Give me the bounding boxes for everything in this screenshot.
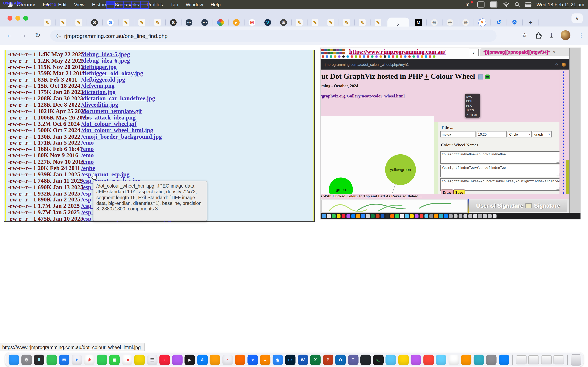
- embedded-dropdown-toggle[interactable]: ∨: [469, 49, 479, 56]
- minimized-window-thumb[interactable]: [516, 355, 526, 364]
- bookmark-star-icon[interactable]: ☆: [522, 31, 527, 39]
- dock-app-icon[interactable]: [486, 355, 496, 365]
- pinned-tab[interactable]: ✳: [447, 19, 453, 26]
- pinned-tab[interactable]: ✎: [75, 19, 82, 26]
- dock-app-icon[interactable]: ▲: [260, 355, 270, 365]
- file-link[interactable]: /divceditin.jpg: [81, 101, 118, 108]
- dock-app-icon[interactable]: [385, 355, 396, 365]
- file-link[interactable]: /dictation.jpg: [81, 89, 116, 96]
- menubar-clock[interactable]: Wed 18 Feb 11:21 am: [536, 2, 584, 7]
- dock-app-icon[interactable]: ◔: [222, 355, 233, 365]
- pinned-tab[interactable]: ✎: [375, 19, 381, 26]
- dock-app-icon[interactable]: [210, 355, 220, 365]
- dock-app-icon[interactable]: ◉: [272, 355, 283, 365]
- dock-app-icon[interactable]: ☰: [147, 355, 157, 365]
- pinned-tab[interactable]: ✎: [343, 19, 350, 26]
- names-textarea[interactable]: YoumightfindmeThree=YounowfindmeThree,Yo…: [440, 178, 560, 191]
- file-link[interactable]: /emoji_border_background.jpg: [81, 133, 162, 140]
- zoom-window-button[interactable]: [23, 16, 28, 21]
- minimized-window-thumb[interactable]: [553, 355, 564, 364]
- gallery-link[interactable]: /graphviz.org/Gallery/neato/color_wheel.…: [320, 94, 405, 98]
- reload-button[interactable]: ↻: [35, 31, 41, 39]
- dock-app-icon[interactable]: [499, 355, 509, 365]
- dock-app-icon[interactable]: ⚙: [21, 355, 32, 365]
- minimized-window-thumb[interactable]: [528, 355, 539, 364]
- file-link[interactable]: /defbigger.jpg: [81, 64, 117, 70]
- file-link[interactable]: /emo: [81, 152, 94, 159]
- file-link[interactable]: /dos_attack_idea.png: [81, 114, 136, 121]
- file-link[interactable]: /dot_colour_wheel_html.jpg: [81, 127, 153, 133]
- menu-edit[interactable]: Edit: [54, 2, 70, 7]
- pinned-tab[interactable]: ↺: [495, 19, 502, 26]
- pinned-tab[interactable]: M: [415, 19, 422, 26]
- dock-app-icon[interactable]: [96, 355, 107, 365]
- pinned-tab[interactable]: ✳: [431, 19, 438, 26]
- file-link[interactable]: /ephe: [81, 165, 95, 171]
- display-icon[interactable]: [477, 1, 484, 7]
- dock-app-icon[interactable]: [398, 355, 408, 365]
- dock-app-icon[interactable]: T: [348, 355, 358, 365]
- profile-avatar[interactable]: [561, 30, 571, 40]
- names-textarea[interactable]: YoumightfindmeTwo=YounowfindmeTwo: [440, 165, 560, 177]
- graph-select[interactable]: graph∨: [533, 131, 552, 137]
- dock-app-icon[interactable]: X: [310, 355, 320, 365]
- names-textarea[interactable]: YoumightfindmeOne=YounowfindmeOne: [440, 151, 560, 164]
- dock-app-icon[interactable]: ✉: [59, 355, 69, 365]
- pinned-tab[interactable]: ✎: [327, 19, 334, 26]
- dock-app-icon[interactable]: ▶: [185, 355, 195, 365]
- forward-button[interactable]: →: [20, 31, 26, 39]
- omnibox[interactable]: ⊙‑ rjmprogramming.com.au/one_line_find.p…: [50, 30, 497, 42]
- dock-app-icon[interactable]: Bē: [247, 355, 258, 365]
- size-input[interactable]: 10,20: [476, 131, 507, 137]
- file-link[interactable]: /debug_idea-5.jpeg: [81, 51, 130, 58]
- signature-canvas[interactable]: [321, 200, 467, 213]
- dock-app-icon[interactable]: ✦: [71, 355, 82, 365]
- format-dropdown-item[interactable]: PDF: [466, 100, 479, 103]
- file-link[interactable]: /defvenn.png: [81, 83, 114, 89]
- control-center-icon[interactable]: [525, 2, 531, 7]
- tutorial-icon[interactable]: [478, 75, 483, 79]
- dock-app-icon[interactable]: [46, 355, 57, 365]
- download-icon[interactable]: ↓: [550, 32, 553, 38]
- dock-app-icon[interactable]: P: [323, 355, 333, 365]
- dock-app-icon[interactable]: W: [297, 355, 308, 365]
- pinned-tab[interactable]: ✎: [296, 19, 303, 26]
- pinned-tab[interactable]: ✎: [138, 19, 145, 26]
- tab-search-chevron-button[interactable]: ∨: [571, 13, 583, 23]
- file-link[interactable]: /dictation_car_handsfree.jpg: [81, 95, 155, 102]
- dock-app-icon[interactable]: [423, 355, 434, 365]
- extensions-icon[interactable]: [535, 31, 543, 39]
- pinned-tab[interactable]: G: [107, 19, 113, 26]
- pinned-tab[interactable]: ✎: [44, 19, 51, 26]
- wifi-icon[interactable]: [503, 2, 509, 7]
- signature-bar[interactable]: User of Signature Signature: [469, 200, 567, 212]
- dock-app-icon[interactable]: [448, 355, 459, 365]
- file-link[interactable]: /document_template.gif: [81, 108, 142, 115]
- pinned-tab[interactable]: ▶: [233, 19, 240, 26]
- menu-help[interactable]: Help: [207, 2, 224, 7]
- menu-tab[interactable]: Tab: [167, 2, 182, 7]
- file-link[interactable]: /esp_ornot_esp.jpg: [81, 171, 130, 178]
- pinned-tab[interactable]: ✎: [123, 19, 130, 26]
- file-link[interactable]: /debug_idea-6.jpeg: [81, 57, 130, 64]
- dock-app-icon[interactable]: [411, 355, 421, 365]
- dock-app-icon[interactable]: 18: [122, 355, 132, 365]
- file-link[interactable]: /emo: [81, 158, 94, 165]
- dock-app-icon[interactable]: A: [197, 355, 208, 365]
- menubar-app-icon[interactable]: m: [466, 2, 472, 7]
- minimized-window-thumb[interactable]: [541, 355, 551, 364]
- title-input[interactable]: my-qa: [440, 131, 476, 137]
- format-dropdown-item[interactable]: PNG: [466, 104, 479, 108]
- pinned-tab[interactable]: +: [527, 19, 534, 26]
- dock-app-icon[interactable]: [9, 355, 19, 365]
- dock-app-icon[interactable]: [235, 355, 245, 365]
- dock-app-icon[interactable]: [360, 355, 371, 365]
- file-link[interactable]: /defbiggerold.jpg: [81, 76, 125, 83]
- pinned-tab[interactable]: S: [91, 19, 98, 26]
- trash-icon[interactable]: [571, 354, 581, 366]
- format-dropdown-item[interactable]: ✓ HTML: [466, 113, 479, 117]
- heading-plus-link[interactable]: +: [424, 72, 429, 80]
- menu-view[interactable]: View: [70, 2, 88, 7]
- file-link[interactable]: /defbigger_old_okay.jpg: [81, 70, 143, 77]
- pinned-tab[interactable]: ✎: [311, 19, 318, 26]
